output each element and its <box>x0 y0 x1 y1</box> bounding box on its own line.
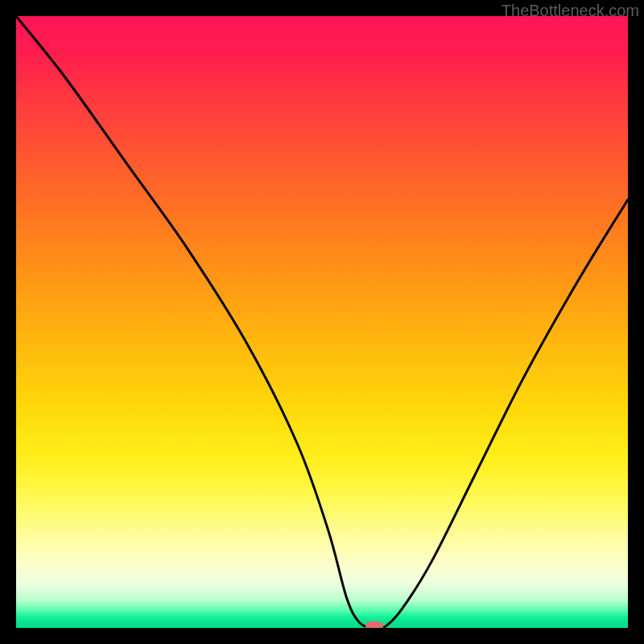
curve-path <box>16 16 628 628</box>
bottleneck-curve <box>16 16 628 628</box>
chart-frame: TheBottleneck.com <box>0 0 644 644</box>
minimum-marker <box>365 621 383 628</box>
watermark-text: TheBottleneck.com <box>502 2 639 20</box>
plot-area <box>16 16 628 628</box>
